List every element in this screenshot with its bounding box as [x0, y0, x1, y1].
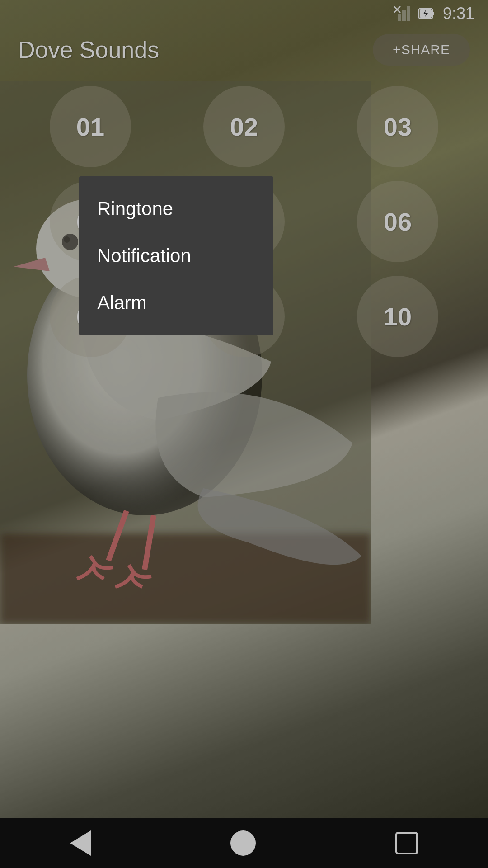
sound-button-01[interactable]: 01 — [50, 86, 131, 167]
app-title: Dove Sounds — [18, 36, 373, 63]
context-menu: Ringtone Notification Alarm — [79, 176, 273, 335]
recents-icon — [395, 832, 418, 854]
menu-item-notification[interactable]: Notification — [79, 232, 273, 279]
status-bar: 9:31 — [0, 0, 488, 27]
svg-rect-14 — [432, 12, 434, 15]
sound-button-03[interactable]: 03 — [357, 86, 438, 167]
battery-icon — [418, 7, 435, 20]
menu-item-ringtone[interactable]: Ringtone — [79, 185, 273, 232]
sound-button-10[interactable]: 10 — [357, 276, 438, 357]
sound-button-06[interactable]: 06 — [357, 181, 438, 262]
svg-marker-9 — [402, 10, 406, 21]
nav-back-button[interactable] — [70, 830, 91, 856]
svg-marker-8 — [407, 6, 410, 21]
signal-icon — [394, 6, 410, 21]
status-time: 9:31 — [443, 4, 474, 23]
svg-marker-10 — [398, 14, 401, 21]
back-icon — [70, 830, 91, 856]
nav-bar — [0, 818, 488, 868]
nav-home-button[interactable] — [230, 830, 256, 856]
header: Dove Sounds +SHARE — [0, 27, 488, 72]
menu-item-alarm[interactable]: Alarm — [79, 279, 273, 326]
share-button[interactable]: +SHARE — [373, 34, 470, 66]
sound-button-02[interactable]: 02 — [203, 86, 285, 167]
home-icon — [230, 830, 256, 856]
nav-recents-button[interactable] — [395, 832, 418, 854]
